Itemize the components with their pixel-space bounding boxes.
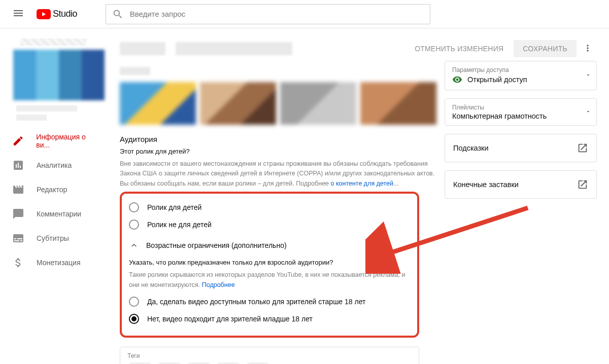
pencil-icon — [12, 135, 24, 147]
playlists-value: Компьютерная грамотность — [452, 112, 547, 120]
thumbnail-picker — [120, 82, 436, 125]
sidebar-item-subtitles[interactable]: Субтитры — [0, 226, 112, 250]
editor-icon — [12, 184, 24, 196]
title-blur — [120, 42, 165, 55]
cards-label: Подсказки — [453, 144, 489, 152]
tags-label: Теги — [127, 352, 412, 359]
sidebar-item-comments[interactable]: Комментарии — [0, 202, 112, 226]
age-restriction-toggle[interactable]: Возрастные ограничения (дополнительно) — [129, 233, 410, 252]
subtitle-blur — [120, 67, 150, 75]
blur-line — [16, 115, 47, 121]
playlists-card[interactable]: Плейлисты Компьютерная грамотность — [445, 98, 597, 126]
nav-label: Редактор — [37, 186, 67, 194]
playlists-label: Плейлисты — [452, 104, 589, 111]
age-help: Такие ролики скрываются из некоторых раз… — [129, 270, 410, 290]
search-input[interactable] — [130, 10, 424, 18]
radio-no-restrict[interactable]: Нет, видео подходит для зрителей младше … — [129, 310, 410, 327]
thumbnail-option[interactable] — [200, 82, 276, 125]
more-vert-icon — [583, 43, 593, 53]
audience-question: Этот ролик для детей? — [120, 148, 436, 155]
radio-label: Да, сделать видео доступным только для з… — [147, 298, 365, 306]
radio-icon — [129, 314, 139, 324]
cards-link[interactable]: Подсказки — [445, 134, 597, 162]
sidebar-item-editor[interactable]: Редактор — [0, 177, 112, 202]
sidebar-item-analytics[interactable]: Аналитика — [0, 153, 112, 177]
title-blur — [176, 42, 292, 55]
nav-label: Информация о ви... — [36, 133, 99, 149]
sidebar-item-details[interactable]: Информация о ви... — [0, 129, 112, 153]
nav-label: Субтитры — [37, 234, 69, 242]
main-content: ОТМЕНИТЬ ИЗМЕНЕНИЯ СОХРАНИТЬ Аудитория Э… — [112, 28, 609, 364]
age-restriction-highlight: Ролик для детей Ролик не для детей Возра… — [120, 192, 419, 338]
radio-label: Ролик для детей — [147, 203, 201, 211]
radio-label: Нет, видео подходит для зрителей младше … — [147, 315, 313, 323]
nav-label: Комментарии — [37, 210, 81, 218]
radio-icon — [129, 297, 139, 307]
tags-field[interactable]: Теги — [120, 347, 419, 364]
nav-label: Монетизация — [37, 259, 81, 267]
thumbnail-option[interactable] — [120, 82, 196, 125]
open-external-icon — [577, 179, 588, 190]
blur-line — [16, 105, 77, 112]
comments-icon — [12, 208, 24, 220]
side-panel: Параметры доступа Открытый доступ Плейли… — [445, 61, 597, 364]
save-button[interactable]: СОХРАНИТЬ — [514, 40, 577, 57]
radio-icon — [129, 220, 139, 230]
age-question: Указать, что ролик предназначен только д… — [129, 259, 410, 266]
discard-button[interactable]: ОТМЕНИТЬ ИЗМЕНЕНИЯ — [407, 41, 512, 57]
visibility-value: Открытый доступ — [467, 76, 527, 84]
open-external-icon — [577, 142, 588, 154]
video-title-blur — [20, 39, 86, 46]
visibility-public-icon — [452, 75, 462, 85]
audience-heading: Аудитория — [120, 135, 436, 143]
thumbnail-option[interactable] — [360, 82, 436, 125]
youtube-icon — [37, 9, 51, 19]
sidebar: Информация о ви... Аналитика Редактор Ко… — [0, 28, 112, 364]
visibility-card[interactable]: Параметры доступа Открытый доступ — [445, 61, 597, 90]
logo-text: Studio — [53, 9, 77, 19]
dropdown-arrow-icon — [585, 71, 591, 80]
search-icon — [112, 8, 124, 20]
radio-not-for-kids[interactable]: Ролик не для детей — [129, 216, 410, 233]
radio-label: Ролик не для детей — [147, 221, 212, 229]
endscreens-link[interactable]: Конечные заставки — [445, 170, 597, 199]
thumbnail-option[interactable] — [280, 82, 356, 125]
analytics-icon — [12, 159, 24, 171]
subtitles-icon — [12, 232, 24, 244]
radio-made-for-kids[interactable]: Ролик для детей — [129, 199, 410, 216]
endscreens-label: Конечные заставки — [453, 180, 519, 189]
nav-label: Аналитика — [37, 161, 72, 169]
radio-icon — [129, 202, 139, 212]
app-header: Studio — [0, 0, 609, 28]
chevron-up-icon — [129, 240, 139, 250]
kids-content-link[interactable]: о контенте для детей — [331, 180, 394, 187]
dollar-icon — [12, 257, 24, 269]
radio-restrict-18[interactable]: Да, сделать видео доступным только для з… — [129, 293, 410, 310]
dropdown-arrow-icon — [585, 108, 591, 116]
visibility-label: Параметры доступа — [452, 66, 589, 74]
learn-more-link[interactable]: Подробнее — [202, 281, 235, 288]
sidebar-item-monetization[interactable]: Монетизация — [0, 250, 112, 275]
hamburger-menu-icon[interactable] — [8, 3, 28, 25]
more-options-button[interactable] — [579, 39, 597, 59]
age-restriction-title: Возрастные ограничения (дополнительно) — [146, 241, 287, 249]
video-thumbnail — [13, 50, 105, 100]
youtube-studio-logo[interactable]: Studio — [37, 9, 77, 19]
audience-help: Вне зависимости от вашего местонахождени… — [120, 159, 436, 189]
search-box[interactable] — [106, 4, 430, 24]
